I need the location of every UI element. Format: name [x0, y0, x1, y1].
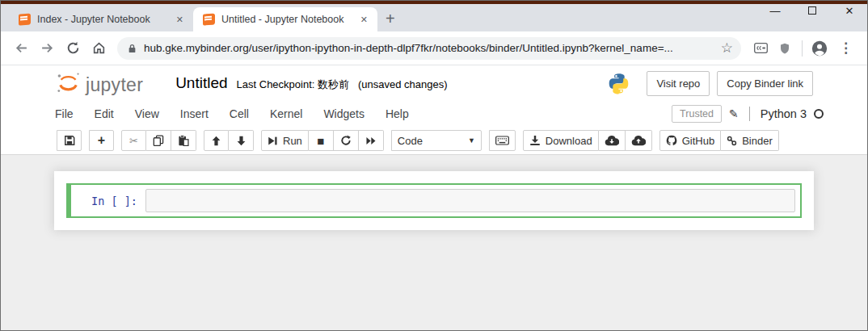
- python-logo-icon: [608, 73, 630, 94]
- copy-cell-button[interactable]: [146, 130, 171, 151]
- new-tab-button[interactable]: +: [377, 10, 403, 31]
- chevron-down-icon: ▼: [468, 136, 475, 145]
- save-icon: [64, 135, 75, 146]
- add-cell-button[interactable]: +: [89, 130, 114, 151]
- notebook-title[interactable]: Untitled: [175, 74, 227, 92]
- kernel-divider: [749, 107, 750, 121]
- browser-toolbar: hub.gke.mybinder.org/user/ipython-ipytho…: [1, 31, 867, 65]
- profile-avatar[interactable]: [808, 37, 831, 60]
- cell-type-select[interactable]: Code ▼: [391, 130, 482, 151]
- notebook-toolbar: + ✂: [1, 127, 867, 154]
- tab-untitled[interactable]: Untitled - Jupyter Notebook ✕: [193, 7, 377, 31]
- address-bar[interactable]: hub.gke.mybinder.org/user/ipython-ipytho…: [117, 37, 741, 60]
- move-cell-up-button[interactable]: [204, 130, 229, 151]
- browser-window: Index - Jupyter Notebook ✕ Untitled - Ju…: [0, 0, 868, 331]
- menu-cell[interactable]: Cell: [219, 107, 259, 120]
- run-icon: [268, 136, 278, 146]
- copy-binder-link-button[interactable]: Copy Binder link: [717, 71, 813, 96]
- toolbar-divider: [802, 40, 803, 57]
- reload-icon: [66, 41, 80, 55]
- reload-button[interactable]: [61, 36, 85, 61]
- github-button[interactable]: GitHub: [659, 130, 721, 151]
- kernel-name-label: Python 3: [761, 107, 807, 120]
- menu-kernel[interactable]: Kernel: [259, 107, 313, 120]
- back-arrow-icon: [15, 41, 28, 55]
- close-window-button[interactable]: ✕: [843, 5, 856, 17]
- binder-link-icon: [727, 136, 737, 146]
- bookmark-star-icon[interactable]: ☆: [721, 41, 733, 55]
- window-controls: — ✕: [769, 5, 856, 17]
- tab-close-icon[interactable]: ✕: [173, 13, 187, 27]
- url-text[interactable]: hub.gke.mybinder.org/user/ipython-ipytho…: [144, 42, 714, 54]
- cut-cell-button[interactable]: ✂: [121, 130, 146, 151]
- home-button[interactable]: [86, 36, 111, 61]
- notebook-header: jupyter Untitled Last Checkpoint: 数秒前 (u…: [1, 65, 867, 155]
- menu-view[interactable]: View: [124, 107, 170, 120]
- cloud-upload-button[interactable]: [626, 130, 652, 151]
- jupyter-logo[interactable]: jupyter: [55, 70, 143, 96]
- tab-close-icon[interactable]: ✕: [357, 13, 371, 27]
- forward-arrow-icon: [40, 41, 54, 55]
- jupyter-logo-icon: [55, 70, 82, 96]
- stop-icon: ■: [317, 135, 324, 147]
- download-button[interactable]: Download: [523, 130, 599, 151]
- checkpoint-status: Last Checkpoint: 数秒前: [237, 78, 349, 92]
- kernel-indicator-icon: [814, 109, 824, 119]
- save-button[interactable]: [57, 130, 82, 151]
- home-icon: [92, 41, 106, 55]
- paste-cell-button[interactable]: [171, 130, 196, 151]
- plus-icon: +: [98, 133, 105, 148]
- trusted-badge[interactable]: Trusted: [672, 105, 722, 123]
- cloud-download-button[interactable]: [599, 130, 626, 151]
- browser-menu-kebab-icon[interactable]: ⋮: [832, 40, 859, 57]
- pencil-icon[interactable]: ✎: [729, 107, 739, 120]
- maximize-button[interactable]: [806, 5, 819, 17]
- notebook-container: In [ ]:: [54, 171, 814, 230]
- cell-type-value: Code: [398, 135, 423, 147]
- fast-forward-icon: [365, 136, 377, 146]
- unsaved-changes-label: (unsaved changes): [358, 78, 448, 90]
- visit-repo-button[interactable]: Visit repo: [647, 71, 710, 96]
- run-cell-button[interactable]: Run: [261, 130, 309, 151]
- github-icon: [666, 135, 677, 146]
- keyboard-icon: [495, 136, 509, 145]
- jupyter-logo-text: jupyter: [86, 76, 143, 96]
- run-label: Run: [283, 135, 302, 147]
- menu-help[interactable]: Help: [375, 107, 419, 120]
- cut-icon: ✂: [129, 136, 138, 146]
- menu-widgets[interactable]: Widgets: [313, 107, 375, 120]
- back-button[interactable]: [9, 36, 33, 61]
- forward-button[interactable]: [35, 36, 59, 61]
- download-icon: [529, 135, 541, 146]
- lock-icon: [128, 43, 137, 54]
- binder-button[interactable]: Binder: [721, 130, 779, 151]
- arrow-up-icon: [211, 136, 221, 146]
- notebook-body: In [ ]:: [1, 155, 867, 331]
- command-palette-button[interactable]: [489, 130, 516, 151]
- restart-run-all-button[interactable]: [359, 130, 384, 151]
- input-prompt: In [ ]:: [71, 195, 145, 207]
- menu-insert[interactable]: Insert: [170, 107, 219, 120]
- interrupt-kernel-button[interactable]: ■: [309, 130, 334, 151]
- github-label: GitHub: [682, 135, 714, 147]
- menu-bar: File Edit View Insert Cell Kernel Widget…: [1, 101, 867, 127]
- move-cell-down-button[interactable]: [229, 130, 254, 151]
- restart-icon: [340, 135, 352, 146]
- code-cell-selected[interactable]: In [ ]:: [66, 183, 802, 218]
- tab-title: Index - Jupyter Notebook: [37, 14, 166, 25]
- jupyter-favicon-icon: [19, 13, 31, 25]
- paste-icon: [178, 135, 189, 146]
- cloud-download-icon: [605, 136, 619, 146]
- menu-file[interactable]: File: [44, 107, 84, 120]
- cloud-upload-icon: [631, 136, 646, 146]
- download-label: Download: [546, 135, 592, 147]
- restart-kernel-button[interactable]: [334, 130, 359, 151]
- shield-extension-icon[interactable]: [773, 37, 796, 60]
- tab-index[interactable]: Index - Jupyter Notebook ✕: [9, 7, 193, 31]
- minimize-button[interactable]: —: [769, 5, 782, 17]
- cast-extension-icon[interactable]: [749, 37, 772, 60]
- copy-icon: [153, 135, 164, 146]
- code-input-area[interactable]: [145, 189, 795, 212]
- arrow-down-icon: [236, 136, 246, 146]
- menu-edit[interactable]: Edit: [84, 107, 124, 120]
